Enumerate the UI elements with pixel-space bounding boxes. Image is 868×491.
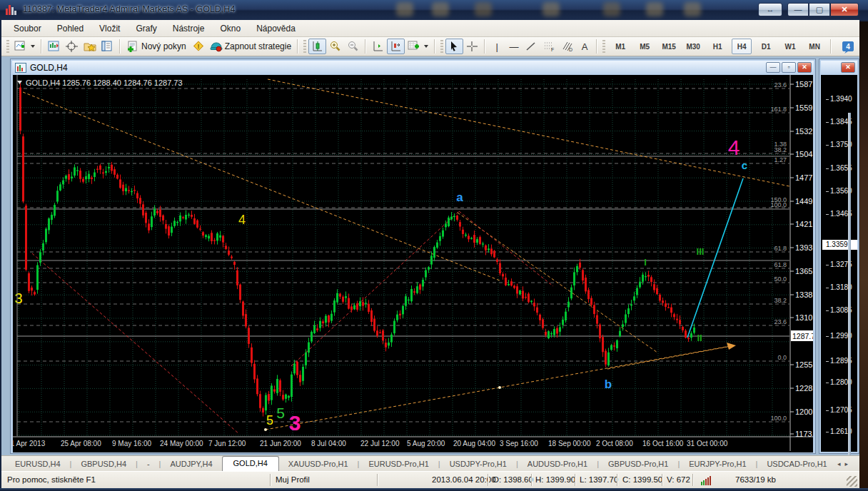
svg-text:1228.20: 1228.20 <box>795 384 813 393</box>
svg-text:1421.00: 1421.00 <box>795 220 813 228</box>
zoom-in-button[interactable] <box>326 39 344 54</box>
desktop-blur-blob <box>396 2 413 16</box>
profiles-button[interactable] <box>45 39 63 54</box>
svg-text:16 Oct 16:00: 16 Oct 16:00 <box>642 440 684 447</box>
svg-text:100.0: 100.0 <box>770 201 787 208</box>
tab--[interactable]: - <box>138 457 159 471</box>
svg-text:50.0: 50.0 <box>774 275 787 283</box>
svg-text:4: 4 <box>846 43 850 51</box>
gold-window-titlebar[interactable]: GOLD,H4 — ▫ ✕ <box>12 61 814 74</box>
toolbar-separator <box>41 39 42 54</box>
metatrader-window: 110387: MetaTrader4 Admiral Markets AS -… <box>0 0 868 491</box>
candlestick-chart-button[interactable] <box>308 39 326 54</box>
timeframe-button-m15[interactable]: M15 <box>659 39 679 54</box>
status-bar: Pro pomoc, stiskněte F1Muj Profil2013.06… <box>1 471 859 489</box>
warning-button[interactable]: ! <box>189 39 207 54</box>
chart-shift-button[interactable] <box>387 39 405 54</box>
tab-gbpusd-h4[interactable]: GBPUSD,H4 <box>71 457 136 471</box>
tab-usdjpy-pro-h1[interactable]: USDJPY-Pro,H1 <box>440 457 516 471</box>
resize-grip[interactable] <box>847 476 857 487</box>
tab-usdcad-pro-h1[interactable]: USDCAD-Pro,H1 <box>757 457 836 471</box>
menu-item-vložit[interactable]: Vložit <box>91 21 128 36</box>
svg-text:1200.20: 1200.20 <box>795 408 813 416</box>
tab-audusd-pro-h1[interactable]: AUDUSD-Pro,H1 <box>518 457 597 471</box>
svg-text:III: III <box>697 246 705 257</box>
gold-restore-button[interactable]: ▫ <box>782 62 796 73</box>
zoom-out-button[interactable] <box>344 39 362 54</box>
tab-xauusd-pro-h1[interactable]: XAUUSD-Pro,H1 <box>279 457 358 471</box>
svg-text:4: 4 <box>728 136 740 159</box>
new-order-label: Nový pokyn <box>141 41 186 51</box>
svg-text:D: D <box>569 47 572 52</box>
gold-close-button[interactable]: ✕ <box>797 62 812 73</box>
enable-strategy-button[interactable]: Zapnout strategie <box>207 39 294 54</box>
menu-item-soubor[interactable]: Soubor <box>6 21 49 36</box>
channels-tool[interactable]: D <box>558 39 576 54</box>
toolbar-separator <box>596 39 597 54</box>
new-order-button[interactable]: Nový pokyn <box>123 39 189 54</box>
connection-status-icon <box>701 476 711 485</box>
tab-audjpy-h4[interactable]: AUDJPY,H4 <box>161 457 221 471</box>
timeframe-button-m30[interactable]: M30 <box>683 39 703 54</box>
tab-gold-h4[interactable]: GOLD,H4 <box>222 456 279 471</box>
fullscreen-toggle-button[interactable]: ↔ <box>758 3 782 16</box>
eurusd-close-button[interactable]: ✕ <box>841 62 855 73</box>
timeframe-button-h1[interactable]: H1 <box>707 39 727 54</box>
status-separator <box>270 474 271 486</box>
svg-text:11 Apr 2013: 11 Apr 2013 <box>13 440 46 447</box>
gold-chart-canvas[interactable]: 23.6161.81.3838.21.27150.0100.061.861.85… <box>13 75 813 452</box>
status-profile: Muj Profil <box>276 475 310 484</box>
auto-scroll-button[interactable] <box>369 39 387 54</box>
svg-text:9 May 16:00: 9 May 16:00 <box>112 440 151 447</box>
menu-bar: SouborPohledVložitGrafyNástrojeOknoNápov… <box>1 20 859 37</box>
menu-item-nástroje[interactable]: Nástroje <box>165 21 213 36</box>
price-chart[interactable]: 23.6161.81.3838.21.27150.0100.061.861.85… <box>13 75 813 452</box>
trendlines <box>23 79 789 434</box>
maximize-button[interactable]: ▢ <box>809 3 830 16</box>
crosshair-tool-button[interactable] <box>463 39 481 54</box>
timeframe-button-h4[interactable]: H4 <box>732 39 752 54</box>
menu-item-pohled[interactable]: Pohled <box>49 21 91 36</box>
warning-icon: ! <box>192 41 204 52</box>
metaquotes-button[interactable]: 4 <box>839 39 857 54</box>
window-right-border <box>848 113 851 491</box>
tab-eurusd-h4[interactable]: EURUSD,H4 <box>6 457 70 471</box>
timeframe-button-m1[interactable]: M1 <box>610 39 630 54</box>
tab-eurusd-pro-h1[interactable]: EURUSD-Pro,H1 <box>359 457 438 471</box>
new-chart-button[interactable] <box>11 39 38 54</box>
window-title: 110387: MetaTrader4 Admiral Markets AS -… <box>23 4 235 14</box>
fibonacci-tool[interactable]: F <box>540 39 558 54</box>
minimize-button[interactable]: — <box>787 3 809 16</box>
menu-item-nápověda[interactable]: Nápověda <box>248 21 303 36</box>
toolbar-separator <box>830 39 832 54</box>
timeframe-button-w1[interactable]: W1 <box>780 39 800 54</box>
menu-item-grafy[interactable]: Grafy <box>128 21 164 36</box>
svg-text:61.8: 61.8 <box>774 245 787 252</box>
tab-scroll-arrows[interactable]: ◂▸ <box>837 460 852 467</box>
status-open: O: 1398.60 <box>493 475 533 484</box>
svg-text:1338.60: 1338.60 <box>795 290 813 299</box>
close-button[interactable]: ✕ <box>830 3 859 16</box>
horizontal-line-tool[interactable]: — <box>505 39 523 54</box>
svg-text:1310.60: 1310.60 <box>795 313 813 322</box>
timeframe-button-mn[interactable]: MN <box>804 39 824 54</box>
tab-gbpusd-pro-h1[interactable]: GBPUSD-Pro,H1 <box>599 457 677 471</box>
gold-minimize-button[interactable]: — <box>766 62 780 73</box>
favorites-button[interactable] <box>81 39 99 54</box>
indicators-button[interactable] <box>405 39 431 54</box>
text-tool[interactable]: A <box>576 39 593 54</box>
new-order-icon <box>126 41 138 52</box>
vertical-line-tool[interactable]: | <box>488 39 505 54</box>
svg-text:c: c <box>742 159 747 171</box>
cursor-tool-button[interactable] <box>445 39 463 54</box>
time-axis: 11 Apr 201325 Apr 08:009 May 16:0024 May… <box>13 440 728 447</box>
svg-text:24 May 00:00: 24 May 00:00 <box>160 440 203 447</box>
window-bottom-border <box>0 488 868 491</box>
crosshair-target-button[interactable] <box>63 39 81 54</box>
menu-item-okno[interactable]: Okno <box>212 21 248 36</box>
market-watch-button[interactable] <box>99 39 116 54</box>
timeframe-button-m5[interactable]: M5 <box>635 39 655 54</box>
trendline-tool[interactable] <box>523 39 540 54</box>
timeframe-button-d1[interactable]: D1 <box>756 39 776 54</box>
tab-eurjpy-pro-h1[interactable]: EURJPY-Pro,H1 <box>680 457 755 471</box>
